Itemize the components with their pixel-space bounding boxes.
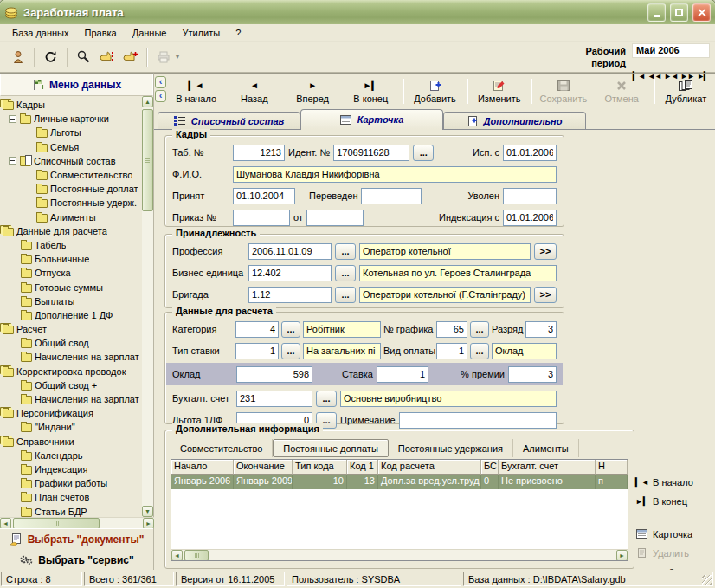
pay-kind-field[interactable] [436, 343, 467, 359]
row-first-button[interactable]: В начало [635, 474, 708, 490]
exit-user-button[interactable] [6, 46, 29, 68]
menu-database[interactable]: База данных [4, 26, 77, 40]
row-last-button[interactable]: В конец [635, 493, 708, 509]
tree-item[interactable]: Льготы [0, 126, 143, 139]
stavka-field[interactable] [377, 366, 428, 383]
schedule-field[interactable] [436, 321, 467, 338]
hired-field[interactable] [233, 188, 295, 204]
collapse-left-button[interactable] [155, 76, 166, 88]
tree-item[interactable]: Справочники [0, 435, 143, 449]
tab-sovmestitelstvo[interactable]: Совместительство [171, 439, 273, 457]
tree-item[interactable]: Общий свод [0, 336, 143, 350]
col-bs[interactable]: БС [481, 460, 499, 475]
tree-item[interactable]: Совместительство [0, 168, 143, 182]
delete-button[interactable]: Удалить [635, 545, 708, 561]
brigade-more-button[interactable]: >> [534, 287, 557, 303]
next-record-button[interactable]: Вперед [283, 75, 341, 107]
search-button[interactable] [72, 46, 95, 68]
tree-item[interactable]: Дополнение 1 ДФ [0, 308, 143, 322]
menu-data[interactable]: Данные [125, 26, 175, 40]
category-lookup-button[interactable]: ... [281, 321, 300, 338]
account-lookup-button[interactable]: ... [316, 391, 337, 407]
business-unit-lookup-button[interactable]: ... [335, 265, 356, 281]
col-tip-koda[interactable]: Тип кода [293, 460, 347, 475]
tree-item[interactable]: Постоянные удерж. [0, 196, 143, 210]
tree-item[interactable]: Алименты [0, 210, 143, 224]
scroll-down-icon[interactable] [142, 506, 153, 517]
premium-field[interactable] [508, 366, 557, 383]
prev-record-button[interactable]: Назад [225, 75, 283, 107]
col-kod-rascheta[interactable]: Код расчета [378, 460, 481, 475]
tree-item[interactable]: Готовые суммы [0, 280, 143, 294]
tree-item[interactable]: Больничные [0, 252, 143, 266]
tree-item[interactable]: Начисления на зарплат [0, 350, 143, 364]
tree-item[interactable]: "Индани" [0, 420, 143, 434]
duplicate-button[interactable]: Дубликат [657, 75, 715, 107]
profession-code-field[interactable] [248, 243, 332, 260]
menu-edit[interactable]: Правка [77, 26, 125, 40]
cancel-button[interactable]: Отмена [593, 75, 651, 107]
tab-no-field[interactable] [233, 145, 285, 161]
resize-grip[interactable] [702, 575, 712, 585]
rate-type-field[interactable] [235, 343, 279, 359]
tree-item[interactable]: Списочный состав [0, 154, 143, 168]
select-record-button[interactable] [95, 46, 119, 68]
col-nachalo[interactable]: Начало [171, 460, 234, 475]
last-record-button[interactable]: В конец [342, 75, 400, 107]
edit-record-button[interactable]: Изменить [470, 75, 528, 107]
tree-item[interactable]: Выплаты [0, 294, 143, 308]
menu-utilities[interactable]: Утилиты [174, 26, 228, 40]
collapse-left-button-2[interactable] [155, 90, 166, 102]
menu-help[interactable]: ? [228, 26, 248, 40]
table-row-selected[interactable]: Январь 2006 Январь 2009 10 13 Допл.за вр… [171, 475, 628, 489]
dismissed-field[interactable] [503, 188, 557, 204]
profession-lookup-button[interactable]: ... [335, 243, 356, 260]
account-name-field[interactable] [340, 391, 557, 407]
tab-card[interactable]: Карточка [300, 109, 443, 129]
tree-item[interactable]: Индексация [0, 462, 143, 476]
card-button[interactable]: Карточка [635, 526, 708, 542]
profession-more-button[interactable]: >> [534, 243, 557, 260]
scroll-thumb[interactable] [142, 109, 153, 211]
brigade-lookup-button[interactable]: ... [335, 287, 356, 303]
grade-field[interactable] [525, 321, 557, 338]
print-dropdown-icon[interactable] [176, 53, 179, 61]
col-okonchanie[interactable]: Окончание [234, 460, 293, 475]
order-date-field[interactable] [306, 210, 364, 226]
col-kod[interactable]: Код 1 [347, 460, 378, 475]
minimize-button[interactable] [647, 3, 666, 22]
brigade-code-field[interactable] [248, 287, 332, 303]
category-field[interactable] [235, 321, 279, 338]
category-name-field[interactable] [303, 321, 381, 338]
tree-item[interactable]: Начисления на зарплат [0, 392, 143, 406]
tree-expander-icon[interactable] [9, 157, 16, 165]
indexation-field[interactable] [503, 210, 557, 226]
tree-item[interactable]: План счетов [0, 490, 143, 504]
business-unit-name-field[interactable] [359, 265, 557, 281]
refresh-button[interactable] [39, 46, 62, 68]
order-no-field[interactable] [233, 210, 290, 226]
add-record-button[interactable]: Добавить [406, 75, 464, 107]
isp-field[interactable] [503, 145, 557, 161]
tree-item[interactable]: Семья [0, 140, 143, 154]
scroll-right-icon[interactable] [616, 550, 628, 561]
print-button[interactable] [151, 46, 175, 68]
save-record-button[interactable]: Сохранить [534, 75, 592, 107]
ident-field[interactable] [333, 145, 409, 161]
select-documents-button[interactable]: Выбрать "документы" [0, 528, 153, 550]
fio-field[interactable] [233, 166, 557, 183]
tree-item[interactable]: Графики работы [0, 476, 143, 490]
salary-field[interactable] [236, 366, 312, 383]
tree-item[interactable]: Общий свод + [0, 378, 143, 392]
ident-lookup-button[interactable]: ... [413, 145, 434, 161]
tree-item[interactable]: Персонификация [0, 406, 143, 420]
tab-alimenty[interactable]: Алименты [513, 439, 579, 457]
tab-postoyannye-uderzhaniya[interactable]: Постоянные удержания [389, 439, 513, 457]
tree-item[interactable]: Кадры [0, 98, 143, 112]
tree-item[interactable]: Личные карточки [0, 112, 143, 126]
scroll-up-icon[interactable] [142, 96, 153, 107]
rate-type-lookup-button[interactable]: ... [281, 343, 300, 359]
select-service-button[interactable]: Выбрать "сервис" [0, 550, 153, 571]
tree-item[interactable]: Постоянные доплат [0, 182, 143, 196]
tree-item[interactable]: Расчет [0, 322, 143, 336]
